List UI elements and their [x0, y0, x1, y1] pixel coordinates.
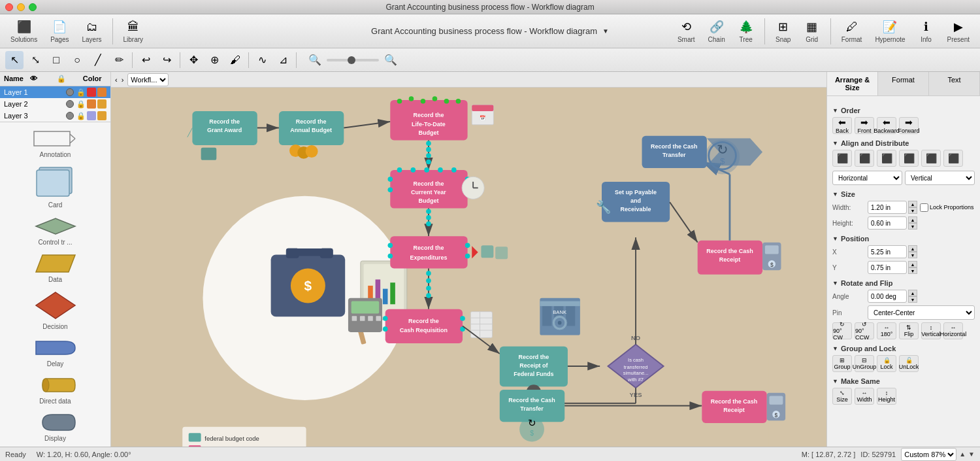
zoom-select[interactable]: Custom 87%	[901, 448, 956, 461]
ellipse-tool[interactable]: ○	[68, 51, 86, 69]
lock-proportions-checkbox[interactable]	[920, 203, 928, 212]
lock-button[interactable]: 🔒Lock	[877, 355, 896, 372]
tab-format[interactable]: Format	[878, 72, 929, 95]
section-group-lock[interactable]: Group and Lock	[832, 345, 975, 352]
shape-display[interactable]: Display	[3, 409, 108, 446]
make-same-height-button[interactable]: ↕Height	[877, 388, 896, 405]
width-input[interactable]	[868, 201, 907, 214]
section-rotate[interactable]: Rotate and Flip	[832, 279, 975, 287]
canvas-area[interactable]: ‹ › Workfl... $	[111, 72, 826, 447]
make-same-width-button[interactable]: ↔Width	[855, 388, 874, 405]
align-bottom-button[interactable]: ⬛	[943, 150, 963, 167]
layer-2-row[interactable]: Layer 2 🔒	[0, 98, 110, 110]
ungroup-button[interactable]: ⊟UnGroup	[855, 355, 874, 372]
move-tool[interactable]: ✥	[184, 51, 203, 69]
diagram-canvas[interactable]: $ Record the Grant Award	[111, 88, 826, 447]
pencil-tool[interactable]: ✏	[110, 51, 128, 69]
angle-up[interactable]: ▲	[908, 290, 917, 296]
flip-vertical-button[interactable]: ↕Vertical	[921, 322, 941, 339]
tab-text[interactable]: Text	[929, 72, 980, 95]
forward-button[interactable]: ➡ Forward	[899, 117, 919, 134]
shape-data[interactable]: Data	[3, 250, 108, 287]
maximize-button[interactable]	[29, 3, 37, 11]
height-down[interactable]: ▼	[908, 223, 917, 230]
layers-button[interactable]: 🗂 Layers	[77, 16, 107, 46]
horizontal-dropdown[interactable]: Horizontal	[832, 171, 902, 185]
x-down[interactable]: ▼	[908, 252, 917, 258]
shape-delay[interactable]: Delay	[3, 334, 108, 371]
group-button[interactable]: ⊞Group	[832, 355, 852, 372]
align-middle-v-button[interactable]: ⬛	[921, 150, 941, 167]
y-input[interactable]	[868, 261, 907, 274]
shape-control[interactable]: Control tr ...	[3, 213, 108, 250]
align-right-button[interactable]: ⬛	[877, 150, 896, 167]
section-align[interactable]: Align and Distribute	[832, 139, 975, 147]
solutions-button[interactable]: ⬛ Solutions	[5, 16, 42, 46]
path-tool[interactable]: ⊿	[274, 51, 292, 69]
zoom-out-button[interactable]: 🔍	[306, 51, 324, 69]
rotate-90cw-button[interactable]: ↻90° CW	[832, 322, 852, 339]
height-up[interactable]: ▲	[908, 216, 917, 223]
format2-tool[interactable]: 🖌	[226, 51, 244, 69]
section-position[interactable]: Position	[832, 235, 975, 243]
rotate-90ccw-button[interactable]: ↺90° CCW	[855, 322, 874, 339]
height-input[interactable]	[868, 216, 907, 230]
nav-forward-button[interactable]: ›	[122, 76, 124, 84]
minimize-button[interactable]	[17, 3, 25, 11]
width-up[interactable]: ▲	[908, 201, 917, 207]
shape-card[interactable]: Card	[3, 162, 108, 213]
y-down[interactable]: ▼	[908, 267, 917, 274]
tab-arrange-size[interactable]: Arrange & Size	[827, 72, 878, 95]
section-make-same[interactable]: Make Same	[832, 377, 975, 385]
zoom-slider[interactable]	[327, 59, 379, 61]
breadcrumb-select[interactable]: Workfl...	[127, 73, 169, 86]
shape-annotation[interactable]: Annotation	[3, 125, 108, 162]
nav-back-button[interactable]: ‹	[115, 76, 118, 84]
resize-tool[interactable]: ⤡	[26, 51, 44, 69]
pages-button[interactable]: 📄 Pages	[45, 16, 74, 46]
layer-3-row[interactable]: Layer 3 🔒	[0, 110, 110, 122]
undo-tool[interactable]: ↩	[137, 51, 155, 69]
rotate-180-button[interactable]: ↔180°	[877, 322, 896, 339]
angle-input[interactable]	[868, 290, 907, 303]
pin-dropdown[interactable]: Center-Center	[868, 305, 975, 320]
rect-tool[interactable]: □	[47, 51, 65, 69]
tree-button[interactable]: 🌲 Tree	[733, 16, 759, 46]
back-button[interactable]: ⬅ Back	[832, 117, 852, 134]
format-button[interactable]: 🖊 Format	[836, 16, 868, 46]
width-down[interactable]: ▼	[908, 207, 917, 214]
vertical-dropdown[interactable]: Vertical	[905, 171, 975, 185]
make-same-size-button[interactable]: ⤡Size	[832, 388, 852, 405]
library-button[interactable]: 🏛 Library	[118, 16, 149, 46]
connect-tool[interactable]: ⊕	[205, 51, 223, 69]
section-size[interactable]: Size	[832, 190, 975, 198]
present-button[interactable]: ▶ Present	[942, 16, 975, 46]
backward-button[interactable]: ⬅ Backward	[877, 117, 896, 134]
grid-button[interactable]: ▦ Grid	[799, 16, 825, 46]
shape-direct-data[interactable]: Direct data	[3, 371, 108, 409]
unlock-button[interactable]: 🔓UnLock	[899, 355, 919, 372]
x-input[interactable]	[868, 245, 907, 258]
layer-1-row[interactable]: Layer 1 🔒	[0, 86, 110, 98]
align-top-button[interactable]: ⬛	[899, 150, 919, 167]
zoom-in-button[interactable]: 🔍	[382, 51, 400, 69]
y-up[interactable]: ▲	[908, 261, 917, 267]
zoom-stepper-up[interactable]: ▲	[959, 451, 966, 458]
line-tool[interactable]: ╱	[89, 51, 107, 69]
curve-tool[interactable]: ∿	[253, 51, 271, 69]
redo-tool[interactable]: ↪	[157, 51, 176, 69]
select-tool[interactable]: ↖	[5, 51, 24, 69]
chain-button[interactable]: 🔗 Chain	[703, 16, 730, 46]
angle-down[interactable]: ▼	[908, 296, 917, 303]
x-up[interactable]: ▲	[908, 245, 917, 252]
section-order[interactable]: Order	[832, 107, 975, 114]
info-button[interactable]: ℹ Info	[913, 16, 939, 46]
flip-button[interactable]: ⇅Flip	[899, 322, 919, 339]
title-dropdown-arrow[interactable]: ▼	[602, 27, 609, 35]
smart-button[interactable]: ⟲ Smart	[672, 16, 700, 46]
align-left-button[interactable]: ⬛	[832, 150, 852, 167]
snap-button[interactable]: ⊞ Snap	[770, 16, 796, 46]
front-button[interactable]: ➡ Front	[855, 117, 874, 134]
close-button[interactable]	[5, 3, 13, 11]
zoom-stepper-down[interactable]: ▼	[968, 451, 975, 458]
